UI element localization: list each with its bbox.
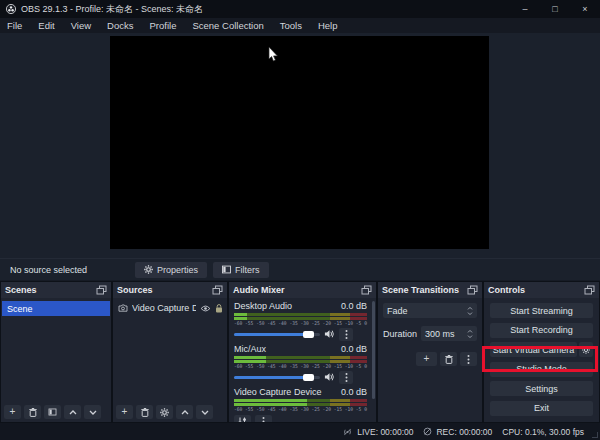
meter-scale: -60 -55 -50 -45 -40 -35 -30 -25 -20 -15 … xyxy=(234,406,356,412)
speaker-icon[interactable] xyxy=(324,372,335,382)
start-virtual-camera-button[interactable]: Start Virtual Camera xyxy=(490,342,577,357)
mixer-channel-video-capture: Video Capture Device 0.0 dB -60 -55 -50 … xyxy=(234,387,367,422)
dots-vertical-icon xyxy=(262,417,265,422)
scene-transitions-panel: Scene Transitions Fade Duration xyxy=(378,282,482,422)
scene-move-up-button[interactable] xyxy=(64,405,81,419)
transition-add-button[interactable]: + xyxy=(416,352,437,366)
menu-scene-collection[interactable]: Scene Collection xyxy=(184,18,271,33)
dots-vertical-icon xyxy=(345,373,348,382)
menu-help[interactable]: Help xyxy=(310,18,346,33)
close-button[interactable]: × xyxy=(570,0,600,18)
menu-profile[interactable]: Profile xyxy=(142,18,185,33)
controls-title: Controls xyxy=(488,285,525,295)
audio-mixer-title: Audio Mixer xyxy=(233,285,285,295)
scene-move-down-button[interactable] xyxy=(84,405,101,419)
spinner-arrows-icon xyxy=(467,329,473,339)
channel-name: Video Capture Device xyxy=(234,387,321,398)
slider-handle[interactable] xyxy=(303,374,314,381)
source-move-down-button[interactable] xyxy=(196,405,213,419)
sources-title: Sources xyxy=(117,285,153,295)
popout-icon[interactable] xyxy=(584,285,595,295)
sources-header: Sources xyxy=(113,282,227,298)
properties-button[interactable]: Properties xyxy=(135,262,207,278)
mixer-scrollbar[interactable] xyxy=(372,301,375,399)
obs-window: OBS 29.1.3 - Profile: 未命名 - Scenes: 未命名 … xyxy=(0,0,600,440)
lock-icon[interactable] xyxy=(215,304,223,313)
audio-mixer-header: Audio Mixer xyxy=(229,282,376,298)
source-properties-button[interactable] xyxy=(156,405,173,419)
source-remove-button[interactable] xyxy=(136,405,153,419)
virtual-camera-settings-button[interactable] xyxy=(579,342,593,357)
duration-spinbox[interactable]: 300 ms xyxy=(421,326,477,341)
scene-list-item[interactable]: Scene xyxy=(2,301,110,316)
channel-name: Mic/Aux xyxy=(234,344,266,355)
rec-time: REC: 00:00:00 xyxy=(436,427,492,437)
visibility-eye-icon[interactable] xyxy=(200,305,211,312)
source-label: Video Capture D xyxy=(132,303,196,313)
scenes-toolbar: + xyxy=(4,405,101,419)
dots-vertical-icon xyxy=(345,330,348,339)
minimize-button[interactable]: – xyxy=(510,0,540,18)
filters-label: Filters xyxy=(235,265,260,275)
channel-menu-button[interactable] xyxy=(339,371,353,384)
settings-button[interactable]: Settings xyxy=(490,381,593,396)
menu-file[interactable]: File xyxy=(0,18,30,33)
popout-icon[interactable] xyxy=(361,285,372,295)
advanced-audio-button[interactable] xyxy=(234,415,251,422)
scenes-title: Scenes xyxy=(5,285,37,295)
record-icon xyxy=(423,427,432,436)
source-move-up-button[interactable] xyxy=(176,405,193,419)
channel-name: Desktop Audio xyxy=(234,301,292,312)
camera-icon xyxy=(118,304,128,312)
mixer-menu-button[interactable] xyxy=(255,415,272,422)
source-add-button[interactable]: + xyxy=(116,405,133,419)
controls-header: Controls xyxy=(484,282,599,298)
menu-view[interactable]: View xyxy=(63,18,99,33)
menu-edit[interactable]: Edit xyxy=(30,18,62,33)
popout-icon[interactable] xyxy=(467,285,478,295)
chevron-up-icon xyxy=(69,410,77,415)
window-title: OBS 29.1.3 - Profile: 未命名 - Scenes: 未命名 xyxy=(21,3,203,16)
preview-canvas[interactable] xyxy=(110,36,489,249)
chevron-down-icon xyxy=(89,410,97,415)
volume-slider[interactable] xyxy=(234,376,320,379)
popout-icon[interactable] xyxy=(96,285,107,295)
start-streaming-button[interactable]: Start Streaming xyxy=(490,303,593,318)
popout-icon[interactable] xyxy=(212,285,223,295)
menu-docks[interactable]: Docks xyxy=(99,18,141,33)
duration-label: Duration xyxy=(383,329,417,339)
gear-icon xyxy=(582,346,590,354)
transition-select[interactable]: Fade xyxy=(383,303,477,318)
filter-icon xyxy=(48,408,57,416)
source-toolbar: No source selected Properties xyxy=(0,258,600,280)
transition-remove-button[interactable] xyxy=(440,352,457,366)
trash-icon xyxy=(29,408,37,417)
title-bar: OBS 29.1.3 - Profile: 未命名 - Scenes: 未命名 … xyxy=(0,0,600,18)
channel-menu-button[interactable] xyxy=(339,328,353,341)
maximize-button[interactable]: □ xyxy=(540,0,570,18)
studio-mode-button[interactable]: Studio Mode xyxy=(490,362,593,377)
scene-add-button[interactable]: + xyxy=(4,405,21,419)
controls-panel: Controls Start Streaming Start Recording… xyxy=(484,282,599,422)
source-list-item[interactable]: Video Capture D xyxy=(113,298,227,313)
slider-handle[interactable] xyxy=(303,331,314,338)
preview-area xyxy=(0,33,600,258)
resize-grip[interactable] xyxy=(592,432,598,438)
dock-area: Scenes Scene + xyxy=(0,281,600,423)
exit-button[interactable]: Exit xyxy=(490,401,593,416)
sources-panel: Sources Video Capture D xyxy=(113,282,227,422)
filters-button[interactable]: Filters xyxy=(213,262,269,278)
volume-slider[interactable] xyxy=(234,333,320,336)
duration-value: 300 ms xyxy=(425,329,455,339)
scene-filters-button[interactable] xyxy=(44,405,61,419)
transition-selected-value: Fade xyxy=(387,306,408,316)
scene-remove-button[interactable] xyxy=(24,405,41,419)
menu-tools[interactable]: Tools xyxy=(272,18,310,33)
audio-mixer-panel: Audio Mixer Desktop Audio 0.0 dB -60 -55… xyxy=(229,282,376,422)
transition-properties-button[interactable] xyxy=(460,352,477,366)
menu-bar: File Edit View Docks Profile Scene Colle… xyxy=(0,18,600,33)
scene-transitions-header: Scene Transitions xyxy=(378,282,482,298)
speaker-icon[interactable] xyxy=(324,329,335,339)
trash-icon xyxy=(445,355,453,364)
start-recording-button[interactable]: Start Recording xyxy=(490,323,593,338)
